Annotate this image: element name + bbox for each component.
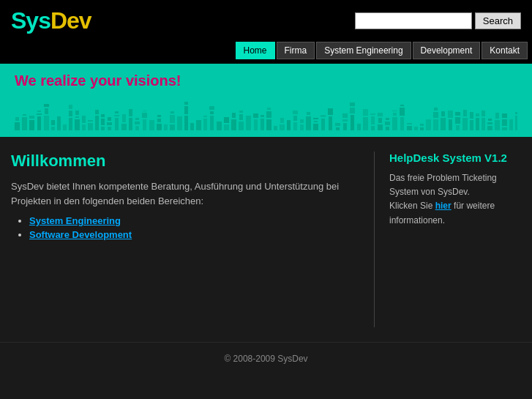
nav-item-development[interactable]: Development bbox=[413, 42, 481, 59]
main-content: Willkommen SysDev bietet Ihnen kompetent… bbox=[0, 137, 532, 342]
logo: SysDev bbox=[11, 7, 91, 34]
list-item: Software Development bbox=[29, 229, 359, 240]
system-engineering-link[interactable]: System Engineering bbox=[29, 215, 121, 226]
pixel-decoration bbox=[15, 100, 517, 130]
nav-item-system-engineering[interactable]: System Engineering bbox=[316, 42, 411, 59]
nav-item-kontakt[interactable]: Kontakt bbox=[482, 42, 528, 59]
copyright: © 2008-2009 SysDev bbox=[224, 354, 307, 364]
search-form: Search bbox=[355, 12, 521, 29]
logo-sys: Sys bbox=[11, 7, 50, 34]
search-input[interactable] bbox=[355, 12, 472, 29]
helpdesk-title: HelpDesk System V1.2 bbox=[389, 152, 521, 164]
logo-dev: Dev bbox=[50, 7, 91, 34]
helpdesk-link[interactable]: hier bbox=[435, 201, 452, 211]
links-list: System Engineering Software Development bbox=[29, 215, 359, 240]
header: SysDev Search bbox=[0, 0, 532, 42]
software-development-link[interactable]: Software Development bbox=[29, 229, 132, 240]
nav: Home Firma System Engineering Developmen… bbox=[0, 42, 532, 64]
nav-item-home[interactable]: Home bbox=[236, 42, 275, 59]
helpdesk-description: Das freie Problem Ticketing System von S… bbox=[389, 171, 521, 228]
nav-item-firma[interactable]: Firma bbox=[277, 42, 315, 59]
intro-paragraph: SysDev bietet Ihnen kompetente Beratung,… bbox=[11, 179, 359, 208]
hero-banner: We realize your visions! bbox=[0, 64, 532, 137]
list-item: System Engineering bbox=[29, 215, 359, 226]
hero-tagline: We realize your visions! bbox=[15, 72, 517, 89]
content-right: HelpDesk System V1.2 Das freie Problem T… bbox=[375, 152, 521, 327]
footer: © 2008-2009 SysDev bbox=[0, 342, 532, 375]
section-title: Willkommen bbox=[11, 152, 359, 171]
search-button[interactable]: Search bbox=[475, 12, 521, 29]
content-left: Willkommen SysDev bietet Ihnen kompetent… bbox=[11, 152, 375, 327]
